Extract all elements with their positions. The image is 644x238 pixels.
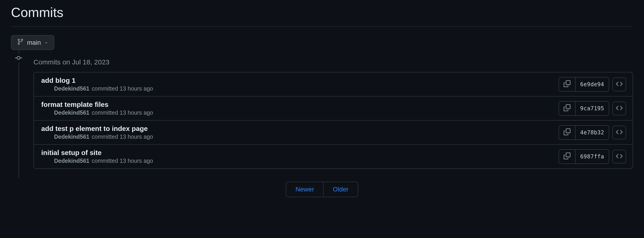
code-icon	[616, 129, 623, 136]
commit-timeline: Commits on Jul 18, 2023 add blog 1 Dedek…	[11, 58, 633, 169]
commit-time-text: committed 13 hours ago	[92, 85, 153, 92]
commit-row: add test p element to index page Dedekin…	[34, 121, 632, 145]
timeline-line	[18, 63, 19, 178]
pagination: Newer Older	[11, 182, 633, 197]
page-title: Commits	[11, 0, 633, 27]
copy-icon	[564, 152, 570, 161]
commit-group-date: Commits on Jul 18, 2023	[22, 58, 633, 66]
code-icon	[616, 105, 623, 112]
copy-icon	[564, 128, 570, 137]
commit-sha-link[interactable]: 4e78b32	[576, 126, 609, 139]
timeline-line	[18, 48, 19, 54]
commit-list: add blog 1 Dedekind561 committed 13 hour…	[34, 72, 633, 169]
copy-sha-button[interactable]	[559, 126, 576, 139]
commit-time-text: committed 13 hours ago	[92, 133, 153, 140]
commit-sha-link[interactable]: 6987ffa	[576, 150, 609, 163]
commit-row: initial setup of site Dedekind561 commit…	[34, 145, 632, 168]
copy-icon	[564, 104, 570, 113]
commit-sha-link[interactable]: 6e9de94	[576, 78, 609, 91]
commit-title-link[interactable]: add blog 1	[41, 77, 558, 84]
commit-author-link[interactable]: Dedekind561	[54, 85, 89, 92]
commit-title-link[interactable]: format template files	[41, 101, 558, 108]
branch-name: main	[27, 39, 41, 46]
commit-sha-link[interactable]: 9ca7195	[576, 102, 609, 115]
git-branch-icon	[17, 38, 24, 47]
code-icon	[616, 153, 623, 160]
copy-sha-button[interactable]	[559, 78, 576, 91]
triangle-down-icon	[44, 39, 48, 46]
commit-author-link[interactable]: Dedekind561	[54, 157, 89, 164]
browse-repo-button[interactable]	[612, 126, 626, 139]
older-button[interactable]: Older	[324, 182, 358, 197]
commit-author-link[interactable]: Dedekind561	[54, 133, 89, 140]
commit-dot-icon	[14, 54, 23, 62]
commit-author-link[interactable]: Dedekind561	[54, 109, 89, 116]
browse-repo-button[interactable]	[612, 102, 626, 115]
newer-button[interactable]: Newer	[286, 182, 324, 197]
browse-repo-button[interactable]	[612, 78, 626, 91]
code-icon	[616, 81, 623, 88]
copy-sha-button[interactable]	[559, 102, 576, 115]
commit-time-text: committed 13 hours ago	[92, 157, 153, 164]
commit-row: add blog 1 Dedekind561 committed 13 hour…	[34, 73, 632, 97]
copy-sha-button[interactable]	[559, 150, 576, 163]
commit-row: format template files Dedekind561 commit…	[34, 97, 632, 121]
commit-title-link[interactable]: add test p element to index page	[41, 125, 558, 133]
commit-title-link[interactable]: initial setup of site	[41, 149, 558, 157]
branch-selector-button[interactable]: main	[11, 35, 54, 50]
commit-time-text: committed 13 hours ago	[92, 109, 153, 116]
browse-repo-button[interactable]	[612, 150, 626, 163]
copy-icon	[564, 80, 570, 89]
